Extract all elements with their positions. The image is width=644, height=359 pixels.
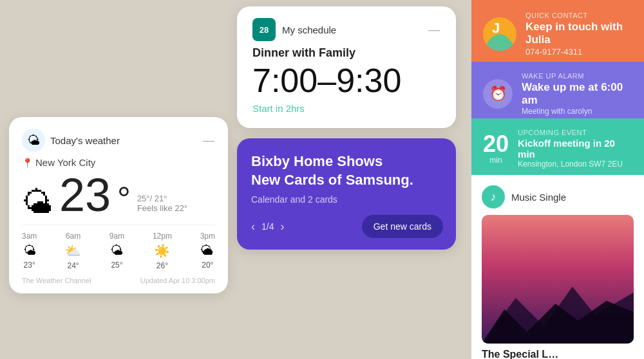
hour-icon-9am: 🌤 (110, 243, 123, 258)
weather-title: Today's weather (50, 135, 120, 146)
avatar-letter-display: J (492, 20, 500, 37)
weather-menu[interactable]: — (203, 134, 215, 147)
bixby-footer: ‹ 1/4 › Get new cards (251, 215, 443, 238)
weather-updated: Updated Apr 10 3:00pm (140, 277, 215, 284)
hour-icon-12pm: ☀️ (154, 243, 170, 259)
hour-9am: 9am 🌤 25° (109, 232, 124, 270)
bixby-title: Bixby Home Shows New Cards of Samsung. (251, 152, 443, 189)
alarm-time: Wake up me at 6:00 am (522, 81, 632, 107)
schedule-header-left: 28 My schedule (252, 18, 336, 41)
schedule-widget: 28 My schedule — Dinner with Family 7:00… (237, 6, 456, 128)
event-label: Upcoming event (518, 129, 632, 136)
weather-source: The Weather Channel (22, 277, 91, 284)
location-pin-icon: 📍 (22, 158, 33, 168)
temperature: 23 (59, 172, 111, 218)
alarm-widget: ⏰ Wake up alarm Wake up me at 6:00 am Me… (471, 62, 644, 126)
schedule-header: 28 My schedule — (252, 18, 440, 41)
weather-footer: The Weather Channel Updated Apr 10 3:00p… (22, 277, 215, 284)
hourly-row: 3am 🌤 23° 6am ⛅ 24° 9am 🌤 25° 12pm ☀️ 26… (22, 225, 215, 270)
event-min-block: 20 min (483, 133, 509, 165)
mountain-svg (482, 275, 634, 344)
alarm-icon: ⏰ (483, 79, 513, 109)
hour-label-12pm: 12pm (153, 232, 172, 241)
temp-range: 25°/ 21° (137, 194, 187, 203)
alarm-info: Wake up alarm Wake up me at 6:00 am Meet… (522, 72, 632, 116)
event-start[interactable]: Start in 2hrs (252, 103, 440, 114)
hour-label-3am: 3am (22, 232, 37, 241)
weather-icon: 🌤 (22, 129, 45, 152)
music-widget: ♪ Music Single The Special L… Top 10 Rev… (471, 175, 644, 359)
hour-icon-3am: 🌤 (23, 243, 36, 258)
hour-label-9am: 9am (109, 232, 124, 241)
schedule-menu[interactable]: — (428, 23, 440, 37)
event-info: Upcoming event Kickoff meeting in 20 min… (518, 129, 632, 169)
contact-name: Keep in touch with Julia (526, 21, 632, 47)
location-row: 📍 New York City (22, 157, 215, 168)
event-title: Kickoff meeting in 20 min (518, 138, 632, 160)
contact-label: Quick contact (526, 12, 632, 19)
hour-3pm: 3pm 🌥 20° (200, 232, 215, 270)
hour-temp-6am: 24° (68, 261, 79, 270)
hour-icon-3pm: 🌥 (201, 243, 214, 258)
contact-avatar: J J (483, 17, 516, 51)
bixby-widget: Bixby Home Shows New Cards of Samsung. C… (237, 138, 456, 250)
calendar-icon: 28 (252, 18, 276, 41)
event-name: Dinner with Family (252, 46, 440, 60)
bixby-prev-button[interactable]: ‹ (251, 220, 255, 234)
event-location: Kensington, London SW7 2EU (518, 160, 632, 169)
hour-temp-3am: 23° (24, 261, 35, 270)
hour-temp-3pm: 20° (202, 261, 213, 270)
music-title: The Special L… (482, 349, 634, 359)
music-album-art (482, 215, 634, 344)
hour-6am: 6am ⛅ 24° (65, 232, 81, 270)
weather-widget: 🌤 Today's weather — 📍 New York City 🌤 23… (9, 117, 228, 293)
event-min-label: min (489, 156, 502, 165)
music-icon: ♪ (482, 185, 505, 208)
hour-icon-6am: ⛅ (65, 243, 81, 259)
quick-contact-widget: J J Quick contact Keep in touch with Jul… (471, 0, 644, 68)
hour-3am: 3am 🌤 23° (22, 232, 37, 270)
bixby-subtitle: Calendar and 2 cards (251, 194, 443, 205)
contact-info: Quick contact Keep in touch with Julia 0… (526, 12, 632, 57)
temp-details: 25°/ 21° Feels like 22° (137, 194, 187, 218)
event-time: 7:00–9:30 (252, 62, 440, 99)
feels-like: Feels like 22° (137, 203, 187, 213)
get-cards-button[interactable]: Get new cards (362, 215, 443, 238)
hour-temp-9am: 25° (111, 261, 122, 270)
event-minutes: 20 (483, 133, 509, 156)
location-name: New York City (35, 157, 95, 168)
weather-header-left: 🌤 Today's weather (22, 129, 120, 152)
weather-header: 🌤 Today's weather — (22, 129, 215, 152)
hour-label-6am: 6am (66, 232, 80, 241)
alarm-label: Wake up alarm (522, 72, 632, 80)
alarm-sub: Meeting with carolyn (522, 107, 632, 116)
contact-phone: 074-9177-4311 (526, 47, 632, 57)
temp-row: 🌤 23 ° 25°/ 21° Feels like 22° (22, 172, 215, 218)
music-header: ♪ Music Single (482, 185, 634, 208)
music-label: Music Single (511, 192, 566, 203)
hour-temp-12pm: 26° (156, 261, 168, 270)
schedule-title: My schedule (282, 24, 336, 35)
hour-label-3pm: 3pm (200, 232, 215, 241)
svg-marker-2 (482, 301, 634, 344)
event-widget: 20 min Upcoming event Kickoff meeting in… (471, 118, 644, 179)
bixby-next-button[interactable]: › (280, 220, 284, 234)
hour-12pm: 12pm ☀️ 26° (153, 232, 172, 270)
bixby-page: 1/4 (261, 221, 274, 232)
bixby-nav: ‹ 1/4 › (251, 220, 284, 234)
weather-condition-icon: 🌤 (22, 187, 53, 218)
